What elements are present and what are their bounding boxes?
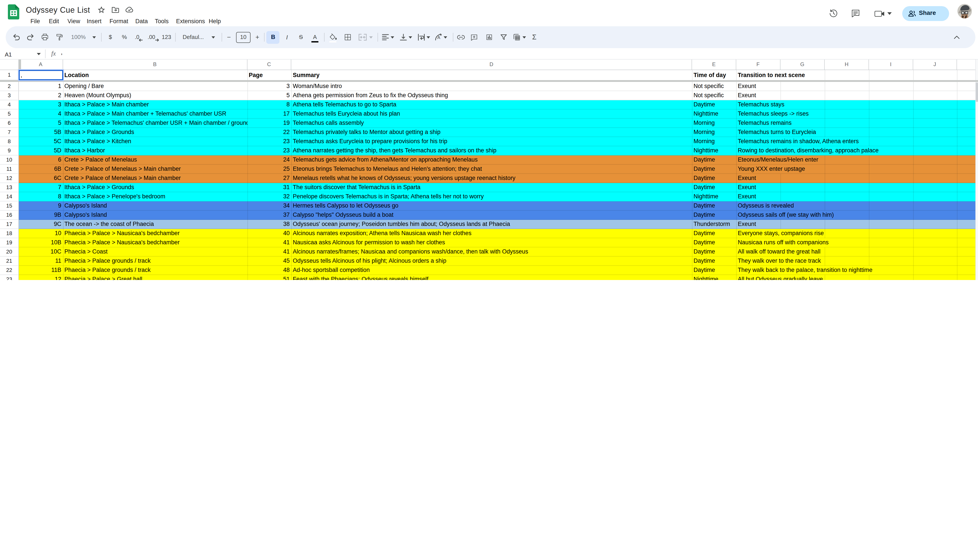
svg-text:A: A [437, 35, 441, 40]
